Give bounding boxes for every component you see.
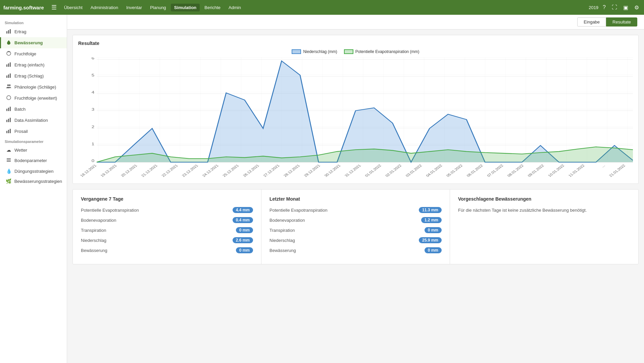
stats-label-pet-m: Potentielle Evapotranspiration	[269, 208, 328, 213]
svg-text:28.12.2021: 28.12.2021	[283, 164, 300, 177]
tab-eingabe[interactable]: Eingabe	[577, 17, 606, 27]
sidebar-item-bewasserungsstrategien[interactable]: 🌿 Bewässerungsstrategien	[0, 176, 67, 186]
stats-label-bew-7: Bewässerung	[81, 248, 107, 253]
svg-text:18.12.2021: 18.12.2021	[79, 164, 97, 177]
sidebar-item-bewasserung[interactable]: Bewässerung	[0, 37, 67, 48]
svg-text:4: 4	[92, 90, 95, 95]
svg-rect-13	[6, 109, 7, 111]
svg-text:1: 1	[92, 142, 94, 146]
svg-point-12	[7, 96, 11, 100]
stats-row-transp-7: Transpiration 0 mm	[81, 227, 253, 233]
svg-text:02.01.2022: 02.01.2022	[384, 164, 402, 177]
settings-icon[interactable]: ⚙	[633, 4, 641, 11]
nav-berichte[interactable]: Berichte	[201, 4, 224, 11]
sidebar-item-prosail[interactable]: Prosail	[0, 126, 67, 137]
hamburger-menu[interactable]: ☰	[49, 2, 59, 12]
svg-rect-7	[6, 75, 7, 78]
sidebar-item-fruchtfolge[interactable]: Fruchtfolge	[0, 48, 67, 59]
stats-section: Vergangene 7 Tage Potentielle Evapotrans…	[72, 189, 639, 264]
stats-panel-7days: Vergangene 7 Tage Potentielle Evapotrans…	[73, 190, 261, 264]
nav-ubersicht[interactable]: Übersicht	[61, 4, 86, 11]
svg-rect-1	[8, 30, 9, 34]
stats-badge-bew-m: 0 mm	[425, 247, 442, 253]
chart-title: Resultate	[78, 41, 633, 46]
layout-icon[interactable]: ▣	[622, 4, 630, 11]
stats-label-transp-7: Transpiration	[81, 228, 106, 233]
nav-inventar[interactable]: Inventar	[123, 4, 145, 11]
stats-label-pet-7: Potentielle Evapotranspiration	[81, 208, 139, 213]
nav-simulation[interactable]: Simulation	[171, 4, 200, 11]
svg-rect-14	[8, 108, 9, 111]
stats-badge-transp-7: 0 mm	[236, 227, 253, 233]
sidebar-item-data-assimilation[interactable]: Data Assimilation	[0, 115, 67, 126]
soil-icon	[6, 157, 12, 164]
svg-text:2: 2	[92, 124, 94, 129]
chart2-icon	[6, 62, 12, 68]
svg-rect-5	[8, 63, 9, 67]
fullscreen-icon[interactable]: ⛶	[610, 4, 619, 11]
nav-admin[interactable]: Admin	[225, 4, 244, 11]
svg-text:21.01.2022: 21.01.2022	[608, 164, 626, 177]
sidebar-item-dungungsstrategien[interactable]: 💧 Düngungsstrategien	[0, 166, 67, 176]
stats-row-bew-7: Bewässerung 0 mm	[81, 247, 253, 253]
stats-panel-suggested-title: Vorgeschlagene Bewässerungen	[458, 196, 630, 202]
svg-text:31.12.2021: 31.12.2021	[344, 164, 361, 177]
legend-blue-label: Niederschlag (mm)	[303, 49, 337, 54]
sidebar-item-ertrag-schlag[interactable]: Ertrag (Schlag)	[0, 70, 67, 82]
stats-badge-pet-m: 11.3 mm	[419, 207, 442, 213]
sidebar-section-simulation: Simulation	[0, 18, 67, 26]
stats-label-nieder-7: Niederschlag	[81, 238, 106, 243]
legend-blue-box	[292, 49, 301, 54]
stats-badge-nieder-7: 2.6 mm	[233, 237, 253, 243]
svg-rect-17	[8, 119, 9, 122]
brand-logo: farming.software	[3, 5, 44, 10]
sidebar-item-bodenparameter[interactable]: Bodenparameter	[0, 155, 67, 166]
svg-point-11	[9, 85, 11, 86]
irrigation-icon: 🌿	[6, 178, 12, 184]
svg-rect-2	[10, 29, 11, 34]
svg-point-3	[7, 51, 11, 55]
sidebar-item-phanologie[interactable]: Phänologie (Schläge)	[0, 82, 67, 93]
svg-rect-23	[7, 160, 11, 160]
stats-badge-bev-m: 1.2 mm	[421, 217, 442, 223]
sidebar-item-ertrag-einfach[interactable]: Ertrag (einfach)	[0, 59, 67, 70]
svg-text:11.01.2022: 11.01.2022	[567, 164, 585, 177]
svg-text:05.01.2022: 05.01.2022	[445, 164, 463, 177]
top-navigation: farming.software ☰ Übersicht Administrat…	[0, 0, 644, 15]
svg-rect-18	[10, 118, 11, 122]
weather-icon: ☁	[6, 147, 12, 153]
stats-label-bew-m: Bewässerung	[269, 248, 296, 253]
svg-text:30.12.2021: 30.12.2021	[324, 164, 341, 177]
svg-rect-21	[10, 129, 11, 133]
svg-text:25.12.2021: 25.12.2021	[222, 164, 240, 177]
stats-row-bev-7: Bodenevaporation 0.4 mm	[81, 217, 253, 223]
sidebar-item-wetter[interactable]: ☁ Wetter	[0, 145, 67, 155]
svg-text:08.01.2022: 08.01.2022	[506, 164, 524, 177]
sidebar-section-simulationsparameter: Simulationsparameter	[0, 137, 67, 145]
sidebar-item-fruchtfolge-erweitert[interactable]: Fruchtfolge (erweitert)	[0, 93, 67, 104]
svg-text:24.12.2021: 24.12.2021	[201, 164, 219, 177]
nav-administration[interactable]: Administration	[87, 4, 121, 11]
help-icon[interactable]: ?	[601, 4, 607, 11]
stats-row-pet-7: Potentielle Evapotranspiration 4.4 mm	[81, 207, 253, 213]
legend-green-box	[344, 49, 353, 54]
stats-label-transp-m: Transpiration	[269, 228, 295, 233]
svg-text:29.12.2021: 29.12.2021	[303, 164, 321, 177]
tab-resultate[interactable]: Resultate	[606, 17, 637, 27]
batch-icon	[6, 106, 12, 112]
stats-row-transp-m: Transpiration 0 mm	[269, 227, 442, 233]
svg-text:...: ...	[600, 164, 606, 168]
sidebar-item-ertrag[interactable]: Ertrag	[0, 26, 67, 37]
svg-rect-4	[6, 64, 7, 67]
nav-planung[interactable]: Planung	[147, 4, 169, 11]
chart-container: 0 1 2 3 4 5 6	[78, 57, 633, 178]
cycle2-icon	[6, 95, 12, 101]
svg-text:07.01.2022: 07.01.2022	[486, 164, 504, 177]
chart-svg: 0 1 2 3 4 5 6	[78, 57, 633, 178]
svg-text:26.12.2021: 26.12.2021	[242, 164, 260, 177]
cycle-icon	[6, 51, 12, 57]
svg-rect-15	[10, 107, 11, 111]
content-topbar: Eingabe Resultate	[67, 15, 644, 30]
sidebar-item-batch[interactable]: Batch	[0, 104, 67, 115]
water-icon	[6, 40, 12, 46]
